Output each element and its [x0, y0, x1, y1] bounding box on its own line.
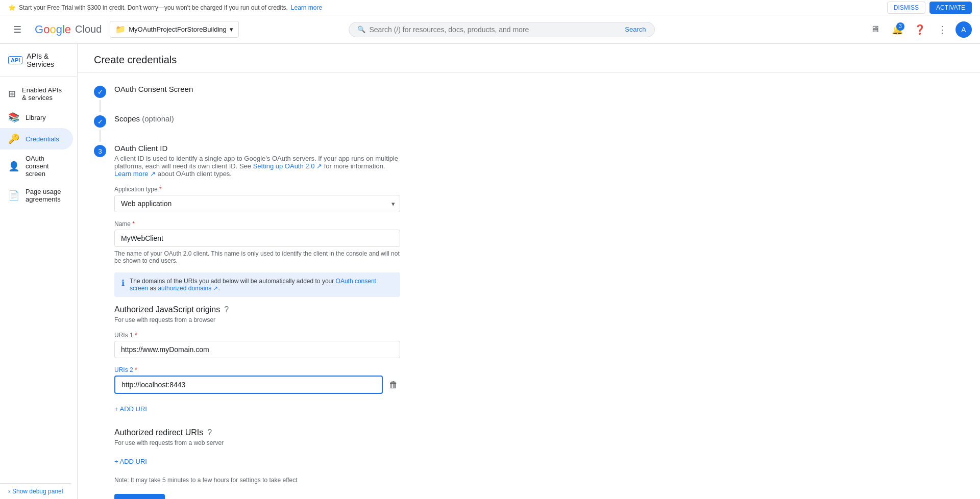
create-button[interactable]: CREATE [114, 494, 165, 499]
sidebar-item-label: OAuth consent screen [26, 155, 65, 178]
app-type-select-wrapper: Web application Android iOS Desktop app … [114, 195, 400, 212]
uri-2-delete-button[interactable]: 🗑 [387, 378, 400, 392]
js-origins-subtitle: For use with requests from a browser [114, 316, 400, 323]
redirect-uris-title: Authorized redirect URIs ? [114, 428, 400, 437]
application-type-select[interactable]: Web application Android iOS Desktop app … [114, 195, 400, 212]
uri-1-group: URIs 1 * [114, 332, 400, 358]
oauth-consent-icon: 👤 [8, 161, 19, 172]
header-actions: 🖥 🔔 3 ❓ ⋮ A [866, 20, 972, 39]
step-1-indicator: ✓ [94, 86, 106, 98]
sidebar-title: APIs & Services [27, 52, 69, 68]
api-badge: API [8, 56, 22, 64]
application-type-group: Application type * Web application Andro… [114, 186, 400, 212]
learn-more-link[interactable]: Learn more ↗ [114, 170, 156, 178]
step-1-title: OAuth Consent Screen [114, 85, 193, 93]
uri-2-label: URIs 2 * [114, 366, 400, 373]
credentials-icon: 🔑 [8, 133, 19, 144]
sidebar-item-page-usage[interactable]: 📄 Page usage agreements [0, 183, 73, 208]
main-content: Create credentials ✓ OAuth Consent Scree… [78, 44, 980, 499]
sidebar-item-label: Page usage agreements [26, 188, 65, 203]
step-3-title: OAuth Client ID [114, 144, 400, 153]
search-button[interactable]: Search [625, 26, 646, 33]
step-oauth-consent: ✓ OAuth Consent Screen [94, 85, 964, 98]
app-layout: API APIs & Services ⊞ Enabled APIs & ser… [0, 44, 980, 499]
display-icon-button[interactable]: 🖥 [866, 20, 884, 39]
notification-badge: 3 [896, 22, 904, 31]
step-scopes: ✓ Scopes (optional) [94, 114, 964, 128]
info-icon: ℹ [121, 278, 125, 288]
authorized-domains-link[interactable]: authorized domains ↗ [158, 285, 218, 292]
connector-1 [100, 100, 101, 112]
add-js-uri-button[interactable]: + ADD URI [114, 402, 147, 416]
google-cloud-logo: Google Cloud [35, 23, 102, 36]
more-options-button[interactable]: ⋮ [933, 20, 951, 39]
add-redirect-uri-button[interactable]: + ADD URI [114, 455, 147, 468]
enabled-apis-icon: ⊞ [8, 88, 16, 99]
js-origins-help-icon[interactable]: ? [224, 305, 229, 314]
hamburger-menu-button[interactable]: ☰ [8, 20, 27, 39]
redirect-uris-help-icon[interactable]: ? [207, 428, 212, 437]
page-title: Create credentials [78, 44, 980, 72]
cancel-button[interactable]: CANCEL [171, 494, 204, 499]
step-2-title: Scopes (optional) [114, 114, 174, 123]
logo-g2: g [56, 23, 62, 36]
activate-button[interactable]: ACTIVATE [929, 2, 972, 14]
logo-o1: o [43, 23, 50, 36]
uri-2-group: URIs 2 * 🗑 [114, 366, 400, 394]
delete-icon: 🗑 [389, 380, 398, 390]
client-name-input[interactable] [114, 230, 400, 247]
banner-learn-more-link[interactable]: Learn more [291, 4, 322, 11]
uri-1-input[interactable] [114, 341, 400, 358]
header: ☰ Google Cloud 📁 MyOAuthProjectForStoreB… [0, 15, 980, 44]
cloud-text: Cloud [75, 23, 102, 35]
help-button[interactable]: ❓ [911, 20, 929, 39]
logo-g: G [35, 23, 43, 36]
debug-panel-label: Show debug panel [12, 488, 63, 495]
chevron-right-icon: › [8, 488, 10, 495]
search-input[interactable] [370, 26, 621, 34]
more-icon: ⋮ [938, 24, 947, 35]
page-usage-icon: 📄 [8, 190, 19, 201]
sidebar-item-enabled-apis[interactable]: ⊞ Enabled APIs & services [0, 81, 73, 107]
connector-2 [100, 130, 101, 142]
uri-1-row [114, 341, 400, 358]
uri-1-label: URIs 1 * [114, 332, 400, 339]
step-3-indicator: 3 [94, 145, 106, 157]
logo-e: e [65, 23, 71, 36]
notification-button[interactable]: 🔔 3 [888, 20, 906, 39]
sidebar: API APIs & Services ⊞ Enabled APIs & ser… [0, 44, 78, 499]
app-type-label: Application type * [114, 186, 400, 193]
logo-o2: o [50, 23, 56, 36]
avatar[interactable]: A [955, 21, 972, 38]
library-icon: 📚 [8, 112, 19, 123]
sidebar-item-oauth-consent[interactable]: 👤 OAuth consent screen [0, 149, 73, 183]
sidebar-item-label: Enabled APIs & services [22, 86, 65, 102]
uri-info-box: ℹ The domains of the URIs you add below … [114, 272, 400, 297]
redirect-uris-section: Authorized redirect URIs ? For use with … [114, 428, 400, 468]
chevron-down-icon: ▾ [230, 26, 233, 33]
setting-oauth-link[interactable]: Setting up OAuth 2.0 ↗ [253, 162, 322, 170]
project-name: MyOAuthProjectForStoreBuilding [129, 26, 226, 33]
name-field-hint: The name of your OAuth 2.0 client. This … [114, 250, 400, 264]
info-box-text: The domains of the URIs you add below wi… [130, 278, 393, 292]
search-icon: 🔍 [357, 26, 365, 33]
debug-panel-toggle[interactable]: › Show debug panel [0, 483, 71, 499]
step-oauth-client-id: 3 OAuth Client ID A client ID is used to… [94, 144, 964, 499]
banner-text: Start your Free Trial with $300 in credi… [19, 4, 288, 11]
sidebar-item-library[interactable]: 📚 Library [0, 107, 73, 128]
help-icon: ❓ [914, 24, 925, 35]
name-field-group: Name * The name of your OAuth 2.0 client… [114, 220, 400, 264]
dismiss-button[interactable]: DISMISS [887, 2, 925, 14]
settings-note: Note: It may take 5 minutes to a few hou… [114, 477, 400, 484]
folder-icon: 📁 [115, 24, 126, 34]
content-body: ✓ OAuth Consent Screen ✓ Scopes (optiona… [78, 72, 980, 499]
uri-2-input[interactable] [114, 376, 383, 394]
step-2-indicator: ✓ [94, 115, 106, 128]
uri-2-row: 🗑 [114, 376, 400, 394]
sidebar-item-credentials[interactable]: 🔑 Credentials [0, 128, 73, 149]
sidebar-item-label: Credentials [26, 135, 59, 143]
redirect-uris-subtitle: For use with requests from a web server [114, 439, 400, 446]
banner-star-icon: ⭐ [8, 4, 16, 11]
display-icon: 🖥 [870, 24, 879, 35]
project-selector[interactable]: 📁 MyOAuthProjectForStoreBuilding ▾ [110, 21, 238, 38]
